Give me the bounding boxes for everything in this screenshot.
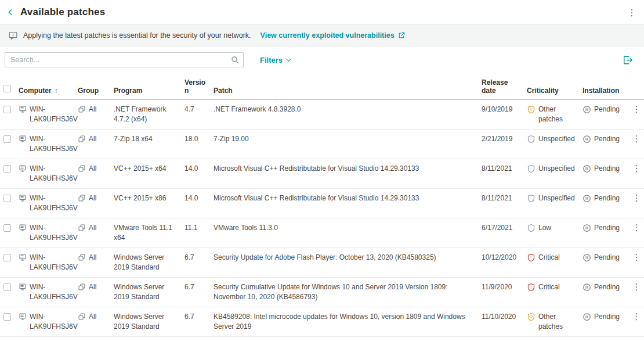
chevron-down-icon — [285, 57, 292, 63]
release-date: 9/10/2019 — [482, 105, 527, 114]
release-date: 8/11/2021 — [482, 164, 527, 174]
info-bubble-icon — [8, 31, 18, 41]
column-header-release-date[interactable]: Release date — [482, 78, 527, 95]
export-icon — [622, 55, 634, 66]
row-checkbox[interactable] — [3, 195, 11, 202]
row-menu-button[interactable]: ⋮ — [632, 134, 641, 143]
group-icon — [78, 313, 86, 321]
criticality-icon — [527, 283, 536, 292]
table-body: WIN-LAK9UFHSJ6V All .NET Framework 4.7.2… — [0, 100, 644, 341]
column-header-group[interactable]: Group — [78, 87, 114, 95]
release-date: 11/10/2020 — [482, 312, 527, 322]
criticality-label: Unspecified — [538, 134, 575, 144]
table-row: WIN-LAK9UFHSJ6V All Windows Server 2019 … — [0, 278, 644, 307]
search-icon[interactable] — [230, 55, 240, 67]
row-menu-button[interactable]: ⋮ — [632, 311, 641, 321]
export-button[interactable] — [622, 55, 634, 66]
pending-icon — [583, 313, 591, 321]
row-menu-button[interactable]: ⋮ — [632, 282, 641, 292]
page-menu-button[interactable]: ⋮ — [627, 8, 637, 17]
installation-status: Pending — [594, 253, 620, 263]
table-row: WIN-LAK9UFHSJ6V All VMware Tools 11.1 x6… — [0, 218, 644, 248]
patch-name: Microsoft Visual C++ Redistributable for… — [214, 193, 482, 203]
version-value: 6.7 — [184, 312, 214, 322]
computer-name: WIN-LAK9UFHSJ6V — [30, 223, 78, 243]
computer-name: WIN-LAK9UFHSJ6V — [30, 164, 78, 184]
computer-icon — [19, 194, 27, 202]
criticality-label: Low — [538, 223, 551, 233]
row-checkbox[interactable] — [3, 254, 11, 261]
column-header-computer[interactable]: Computer ↑ — [19, 87, 78, 95]
release-date: 2/21/2019 — [482, 134, 527, 144]
row-menu-button[interactable]: ⋮ — [632, 252, 641, 262]
select-all-checkbox[interactable] — [3, 85, 11, 92]
column-header-patch[interactable]: Patch — [214, 87, 482, 95]
table-row: WIN-LAK9UFHSJ6V All 7-Zip 18 x64 18.0 7-… — [0, 130, 644, 159]
computer-icon — [19, 105, 27, 113]
release-date: 11/9/2020 — [482, 282, 527, 292]
pending-icon — [583, 105, 591, 114]
computer-icon — [19, 164, 27, 173]
group-name: All — [89, 193, 96, 203]
row-checkbox[interactable] — [3, 106, 11, 113]
row-menu-button[interactable]: ⋮ — [632, 193, 641, 203]
patch-name: KB4589208: Intel microcode updates for W… — [214, 312, 482, 332]
column-header-criticality[interactable]: Criticality — [527, 87, 583, 95]
row-checkbox[interactable] — [3, 283, 11, 291]
release-date: 6/17/2021 — [482, 223, 527, 233]
patch-name: Security Cumulative Update for Windows 1… — [214, 282, 482, 302]
back-button[interactable] — [6, 8, 15, 17]
group-icon — [78, 224, 86, 232]
criticality-label: Unspecified — [538, 164, 575, 174]
search-input[interactable] — [5, 52, 244, 67]
pending-icon — [583, 164, 591, 173]
release-date: 8/11/2021 — [482, 193, 527, 203]
patch-name: .NET Framework 4.8.3928.0 — [214, 105, 482, 114]
group-name: All — [89, 134, 96, 144]
available-patches-page: Available patches ⋮ Applying the latest … — [0, 0, 644, 341]
program-name: 7-Zip 18 x64 — [114, 134, 184, 144]
program-name: VMware Tools 11.1 x64 — [114, 223, 184, 243]
program-name: VC++ 2015+ x86 — [114, 193, 184, 203]
banner-text: Applying the latest patches is essential… — [23, 31, 251, 40]
row-checkbox[interactable] — [3, 135, 11, 143]
table-toolbar: Filters — [0, 46, 644, 73]
column-header-program[interactable]: Program — [114, 87, 184, 95]
sort-ascending-icon[interactable]: ↑ — [55, 87, 58, 95]
release-date: 10/12/2020 — [482, 253, 527, 263]
installation-status: Pending — [594, 164, 620, 174]
row-checkbox[interactable] — [3, 224, 11, 232]
computer-icon — [19, 135, 27, 143]
pending-icon — [583, 283, 591, 292]
computer-name: WIN-LAK9UFHSJ6V — [30, 253, 78, 272]
installation-status: Pending — [594, 105, 620, 114]
version-value: 18.0 — [184, 134, 214, 144]
group-icon — [78, 283, 86, 291]
column-header-installation[interactable]: Installation — [583, 87, 629, 95]
exploited-vulnerabilities-link[interactable]: View currently exploited vulnerabilities — [261, 31, 406, 40]
search-box — [5, 52, 244, 67]
row-menu-button[interactable]: ⋮ — [632, 222, 641, 232]
computer-icon — [19, 253, 27, 261]
version-value: 14.0 — [184, 193, 214, 203]
column-header-version[interactable]: Version — [184, 78, 214, 95]
row-checkbox[interactable] — [3, 165, 11, 173]
group-name: All — [89, 312, 96, 322]
top-bar: Available patches ⋮ — [0, 0, 644, 24]
criticality-label: Unspecified — [538, 193, 575, 203]
criticality-icon — [527, 253, 536, 262]
criticality-icon — [527, 224, 536, 232]
group-name: All — [89, 105, 96, 114]
banner-link-label: View currently exploited vulnerabilities — [261, 31, 395, 40]
pending-icon — [583, 194, 591, 203]
filters-button[interactable]: Filters — [260, 56, 292, 64]
criticality-label: Critical — [538, 282, 560, 292]
program-name: Windows Server 2019 Standard — [114, 282, 184, 302]
program-name: Windows Server 2019 Standard — [114, 312, 184, 332]
version-value: 6.7 — [184, 253, 214, 263]
group-name: All — [89, 164, 96, 174]
group-icon — [78, 253, 86, 261]
row-menu-button[interactable]: ⋮ — [632, 163, 641, 173]
row-checkbox[interactable] — [3, 313, 11, 321]
row-menu-button[interactable]: ⋮ — [632, 104, 641, 114]
